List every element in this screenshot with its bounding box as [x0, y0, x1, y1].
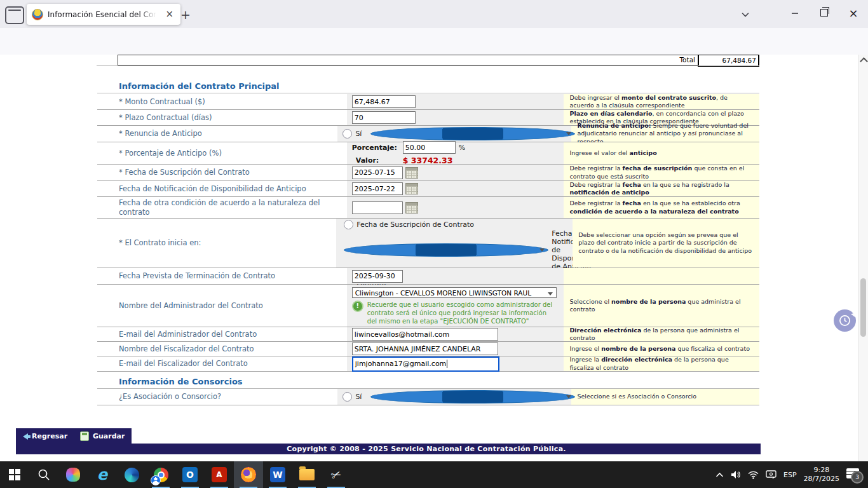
- acrobat-icon[interactable]: A: [205, 461, 234, 488]
- administrator-select[interactable]: Cliwinsgton - CEVALLOS MORENO LIWINSGTON…: [352, 287, 557, 298]
- copilot-icon[interactable]: [58, 461, 88, 488]
- notification-center-icon[interactable]: 3: [846, 468, 862, 482]
- porcentaje-label: Porcentaje:: [352, 144, 403, 152]
- tray-chevron-up-icon[interactable]: [715, 472, 724, 478]
- floating-clock-widget-icon[interactable]: [834, 309, 856, 332]
- start-button[interactable]: [0, 461, 29, 488]
- monto-contractual-input[interactable]: [352, 95, 416, 108]
- row-consorcio: ¿Es Asociación o Consorcio? Sí No Selecc…: [97, 389, 759, 405]
- language-indicator[interactable]: ESP: [783, 471, 797, 479]
- browser-tab[interactable]: Información Esencial del Contrato ×: [27, 4, 180, 25]
- window-minimize-button[interactable]: [780, 0, 810, 25]
- window-restore-button[interactable]: [810, 0, 839, 25]
- field-label: * El Contrato inicia en:: [97, 219, 336, 268]
- field-label: Fecha Prevista de Terminación de Contrat…: [97, 268, 347, 284]
- total-label: Total: [118, 55, 698, 65]
- consorcio-no-radio[interactable]: [370, 390, 575, 403]
- renuncia-no-radio[interactable]: [370, 127, 575, 140]
- fiscalizador-input[interactable]: [352, 342, 498, 355]
- row-fecha-terminacion: Fecha Prevista de Terminación de Contrat…: [97, 268, 759, 285]
- field-label: Nombre del Administrador del Contrato: [97, 285, 347, 327]
- tab-close-icon[interactable]: ×: [163, 9, 175, 20]
- calendar-icon[interactable]: [405, 167, 418, 179]
- list-tabs-chevron-icon[interactable]: [736, 6, 755, 23]
- scroll-up-arrow-icon[interactable]: [860, 57, 868, 65]
- outlook-icon[interactable]: O: [175, 461, 205, 488]
- word-icon[interactable]: W: [263, 461, 292, 488]
- tab-strip: Información Esencial del Contrato × + ×: [0, 0, 868, 28]
- vertical-scrollbar[interactable]: [858, 55, 868, 461]
- email-fiscalizador-input-focused[interactable]: jimjohanna17@gmail.com: [352, 356, 499, 372]
- field-help: Ingrese el valor del anticipo: [564, 142, 759, 164]
- field-help: Debe registrar la fecha de suscripción q…: [564, 165, 759, 180]
- volume-icon[interactable]: [731, 470, 741, 479]
- field-label: Nombre del Fiscalizador del Contrato: [97, 342, 347, 356]
- row-contrato-inicia-en: * El Contrato inicia en: Fecha de Suscri…: [97, 219, 759, 268]
- calendar-icon[interactable]: [405, 202, 418, 214]
- info-icon: !: [352, 301, 363, 312]
- snipping-tool-icon[interactable]: ✂: [322, 461, 351, 488]
- tab-overview-icon[interactable]: [5, 6, 24, 24]
- renuncia-si-radio[interactable]: [342, 129, 352, 139]
- field-help: Debe registrar la fecha en la que se ha …: [564, 197, 759, 218]
- fecha-otra-condicion-input[interactable]: [352, 201, 403, 214]
- radio-label: Fecha de Suscripción de Contrato: [356, 220, 474, 229]
- file-explorer-icon[interactable]: [292, 461, 322, 488]
- calendar-icon[interactable]: [405, 183, 418, 194]
- field-help: Ingrese el nombre de la persona que fisc…: [564, 342, 759, 356]
- chrome-icon[interactable]: [146, 461, 175, 488]
- field-help: Dirección electrónica de la persona que …: [564, 327, 759, 341]
- site-favicon-icon: [32, 9, 43, 20]
- radio-label: Sí: [355, 393, 362, 401]
- edge-icon[interactable]: [117, 461, 146, 488]
- totals-table-row: Total 67,484.67: [118, 55, 759, 65]
- field-label: Fecha de Notificación de Disponibilidad …: [97, 181, 347, 196]
- tab-title: Información Esencial del Contrato: [48, 10, 159, 19]
- consorcio-si-radio[interactable]: [342, 392, 352, 402]
- chrome-profile-badge: [151, 475, 161, 485]
- field-label: * Plazo Contractual (días): [97, 110, 347, 125]
- regresar-button[interactable]: Regresar: [16, 428, 74, 444]
- scrollbar-thumb[interactable]: [860, 278, 866, 337]
- divider: [97, 65, 759, 66]
- guardar-button[interactable]: Guardar: [73, 428, 132, 444]
- field-label: * Renuncia de Anticipo: [97, 126, 337, 142]
- fecha-terminacion-input[interactable]: [352, 270, 403, 283]
- wifi-icon[interactable]: [748, 471, 759, 479]
- fecha-notificacion-input[interactable]: [352, 182, 403, 195]
- field-label: E-mail del Administrador del Contrato: [97, 327, 347, 341]
- clock[interactable]: 9:28 28/7/2025: [804, 466, 839, 484]
- new-tab-button[interactable]: +: [177, 6, 194, 24]
- text-caret: [447, 360, 447, 368]
- page-content: Total 67,484.67 Información del Contrato…: [0, 55, 859, 461]
- firefox-icon[interactable]: [234, 461, 263, 488]
- inicia-suscripcion-radio[interactable]: [344, 220, 353, 229]
- consorcio-table: ¿Es Asociación o Consorcio? Sí No Selecc…: [97, 389, 759, 405]
- field-help: Ingrese la dirección electrónica de la p…: [564, 356, 759, 371]
- search-button[interactable]: [29, 461, 58, 488]
- window-close-button[interactable]: ×: [839, 0, 868, 25]
- row-fiscalizador: Nombre del Fiscalizador del Contrato Ing…: [97, 342, 759, 356]
- wireless-display-icon[interactable]: [766, 470, 776, 479]
- field-help: [564, 268, 759, 284]
- field-help: Seleccione si es Asociación o Consorcio: [571, 389, 759, 405]
- fecha-suscripcion-input[interactable]: [352, 166, 403, 179]
- system-tray: ESP 9:28 28/7/2025 3: [715, 466, 868, 484]
- internet-explorer-icon[interactable]: e: [88, 461, 117, 488]
- porcentaje-input[interactable]: [403, 141, 456, 154]
- plazo-contractual-input[interactable]: [352, 111, 416, 124]
- row-fecha-otra-condicion: Fecha de otra condición de acuerdo a la …: [97, 197, 759, 219]
- row-fecha-notificacion: Fecha de Notificación de Disponibilidad …: [97, 181, 759, 197]
- valor-anticipo: $ 33742.33: [403, 156, 465, 165]
- row-porcentaje-anticipo: * Porcentaje de Anticipo (%) Porcentaje:…: [97, 142, 759, 165]
- inicia-notificacion-radio[interactable]: [344, 243, 548, 257]
- email-administrador-input[interactable]: [352, 328, 498, 341]
- row-renuncia-anticipo: * Renuncia de Anticipo Sí No Renuncia de…: [97, 126, 759, 142]
- percent-unit: %: [459, 144, 465, 152]
- time: 9:28: [804, 466, 839, 475]
- contract-form-table: * Monto Contractual ($) Debe ingresar el…: [97, 94, 759, 372]
- row-fecha-suscripcion: * Fecha de Suscripción del Contrato Debe…: [97, 165, 759, 181]
- back-arrow-icon: [23, 433, 28, 440]
- row-administrador: Nombre del Administrador del Contrato Cl…: [97, 285, 759, 327]
- administrator-note: ! Recuerde que el usuario escogido como …: [352, 301, 558, 325]
